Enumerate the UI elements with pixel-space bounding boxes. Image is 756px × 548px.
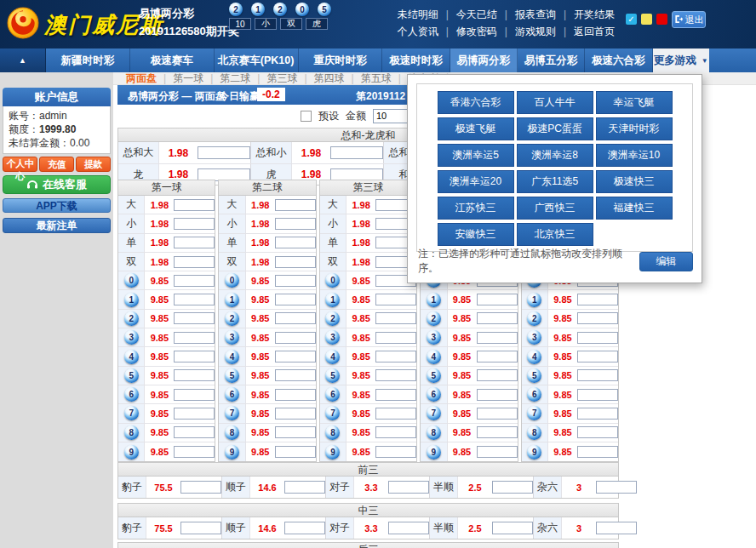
game-极速飞艇[interactable]: 极速飞艇	[438, 117, 514, 140]
bet-amount-input[interactable]	[174, 332, 215, 344]
bet-amount-input[interactable]	[477, 389, 518, 401]
bet-amount-input[interactable]	[577, 312, 618, 324]
game-极速PC蛋蛋[interactable]: 极速PC蛋蛋	[517, 117, 593, 140]
bet-amount-input[interactable]	[375, 389, 416, 401]
bet-amount-input[interactable]	[174, 294, 215, 305]
game-安徽快三[interactable]: 安徽快三	[438, 223, 514, 246]
bet-amount-input[interactable]	[388, 522, 429, 534]
bet-amount-input[interactable]	[477, 351, 518, 362]
top-link-修改密码[interactable]: 修改密码	[456, 23, 497, 40]
bet-amount-input[interactable]	[477, 446, 518, 458]
bet-amount-input[interactable]	[275, 332, 316, 344]
game-天津时时彩[interactable]: 天津时时彩	[596, 117, 673, 140]
bet-amount-input[interactable]	[174, 351, 215, 362]
deposit-button[interactable]: 充值	[39, 157, 74, 172]
bet-amount-input[interactable]	[375, 332, 416, 344]
bet-amount-input[interactable]	[577, 351, 618, 362]
bet-amount-input[interactable]	[375, 369, 416, 381]
game-江苏快三[interactable]: 江苏快三	[438, 197, 514, 220]
bet-amount-input[interactable]	[596, 481, 637, 494]
bet-amount-input[interactable]	[577, 389, 618, 401]
bet-amount-input[interactable]	[477, 332, 518, 344]
bet-amount-input[interactable]	[596, 522, 637, 534]
top-link-今天已结[interactable]: 今天已结	[456, 6, 497, 23]
bet-amount-input[interactable]	[174, 312, 215, 324]
theme-color-swatch[interactable]	[641, 14, 652, 25]
game-澳洲幸运20[interactable]: 澳洲幸运20	[438, 170, 514, 193]
bet-amount-input[interactable]	[174, 275, 215, 287]
logout-button[interactable]: 退出	[672, 11, 706, 28]
top-link-返回首页[interactable]: 返回首页	[574, 23, 615, 40]
bet-amount-input[interactable]	[174, 408, 215, 420]
bet-amount-input[interactable]	[275, 408, 316, 420]
subnav-item-第一球[interactable]: 第一球	[173, 71, 203, 86]
top-link-开奖结果[interactable]: 开奖结果	[574, 6, 615, 23]
bet-amount-input[interactable]	[330, 146, 383, 159]
bet-amount-input[interactable]	[577, 332, 618, 344]
nav-tab-极速赛车[interactable]: 极速赛车	[130, 49, 215, 72]
nav-tab-北京赛车(PK10)[interactable]: 北京赛车(PK10)	[215, 49, 299, 72]
top-link-游戏规则[interactable]: 游戏规则	[515, 23, 556, 40]
bet-amount-input[interactable]	[577, 408, 618, 420]
preset-checkbox[interactable]	[301, 111, 312, 122]
game-百人牛牛[interactable]: 百人牛牛	[517, 91, 593, 114]
bet-amount-input[interactable]	[275, 237, 316, 248]
nav-tab-易博两分彩[interactable]: 易博两分彩	[450, 49, 518, 72]
edit-games-button[interactable]: 编辑	[639, 252, 693, 271]
latest-orders-button[interactable]: 最新注单	[3, 218, 111, 233]
bet-amount-input[interactable]	[275, 275, 316, 287]
bet-amount-input[interactable]	[477, 408, 518, 420]
bet-amount-input[interactable]	[375, 426, 416, 438]
bet-amount-input[interactable]	[388, 481, 429, 494]
bet-amount-input[interactable]	[275, 218, 316, 230]
collapse-nav-button[interactable]: ▲	[0, 49, 46, 72]
game-澳洲幸运8[interactable]: 澳洲幸运8	[517, 144, 593, 167]
subnav-item-第三球[interactable]: 第三球	[266, 71, 297, 86]
bet-amount-input[interactable]	[275, 351, 316, 362]
subnav-item-第四球[interactable]: 第四球	[314, 71, 345, 86]
bet-amount-input[interactable]	[174, 256, 215, 268]
subnav-item-第五球[interactable]: 第五球	[361, 71, 392, 86]
game-福建快三[interactable]: 福建快三	[596, 197, 673, 220]
nav-tab-新疆时时彩[interactable]: 新疆时时彩	[46, 49, 130, 72]
bet-amount-input[interactable]	[275, 446, 316, 458]
game-幸运飞艇[interactable]: 幸运飞艇	[596, 91, 673, 114]
theme-color-swatch[interactable]: ✓	[626, 14, 637, 25]
bet-amount-input[interactable]	[577, 446, 618, 458]
bet-amount-input[interactable]	[174, 237, 215, 248]
bet-amount-input[interactable]	[577, 426, 618, 438]
bet-amount-input[interactable]	[275, 294, 316, 305]
bet-amount-input[interactable]	[477, 369, 518, 381]
game-澳洲幸运10[interactable]: 澳洲幸运10	[596, 144, 673, 167]
bet-amount-input[interactable]	[375, 351, 416, 362]
bet-amount-input[interactable]	[174, 199, 215, 211]
nav-tab-更多游戏[interactable]: 更多游戏▼	[653, 49, 710, 72]
bet-amount-input[interactable]	[375, 446, 416, 458]
bet-amount-input[interactable]	[477, 294, 518, 305]
bet-amount-input[interactable]	[284, 522, 325, 534]
subnav-item-第二球[interactable]: 第二球	[220, 71, 250, 86]
bet-amount-input[interactable]	[174, 446, 215, 458]
bet-amount-input[interactable]	[375, 294, 416, 305]
personal-center-button[interactable]: 个人中心	[3, 157, 37, 172]
bet-amount-input[interactable]	[275, 389, 316, 401]
withdraw-button[interactable]: 提款	[76, 157, 111, 172]
top-link-个人资讯[interactable]: 个人资讯	[398, 23, 438, 40]
bet-amount-input[interactable]	[174, 389, 215, 401]
bet-amount-input[interactable]	[275, 369, 316, 381]
bet-amount-input[interactable]	[577, 294, 618, 305]
game-广东11选5[interactable]: 广东11选5	[517, 170, 593, 193]
bet-amount-input[interactable]	[275, 256, 316, 268]
bet-amount-input[interactable]	[174, 426, 215, 438]
top-link-报表查询[interactable]: 报表查询	[515, 6, 556, 23]
nav-tab-易博五分彩[interactable]: 易博五分彩	[518, 49, 585, 72]
game-极速快三[interactable]: 极速快三	[596, 170, 673, 193]
nav-tab-极速时时彩[interactable]: 极速时时彩	[382, 49, 450, 72]
bet-amount-input[interactable]	[375, 408, 416, 420]
nav-tab-重庆时时彩[interactable]: 重庆时时彩	[299, 49, 383, 72]
game-广西快三[interactable]: 广西快三	[517, 197, 593, 220]
game-北京快三[interactable]: 北京快三	[517, 223, 593, 246]
bet-amount-input[interactable]	[174, 218, 215, 230]
game-澳洲幸运5[interactable]: 澳洲幸运5	[438, 144, 514, 167]
bet-amount-input[interactable]	[492, 522, 533, 534]
